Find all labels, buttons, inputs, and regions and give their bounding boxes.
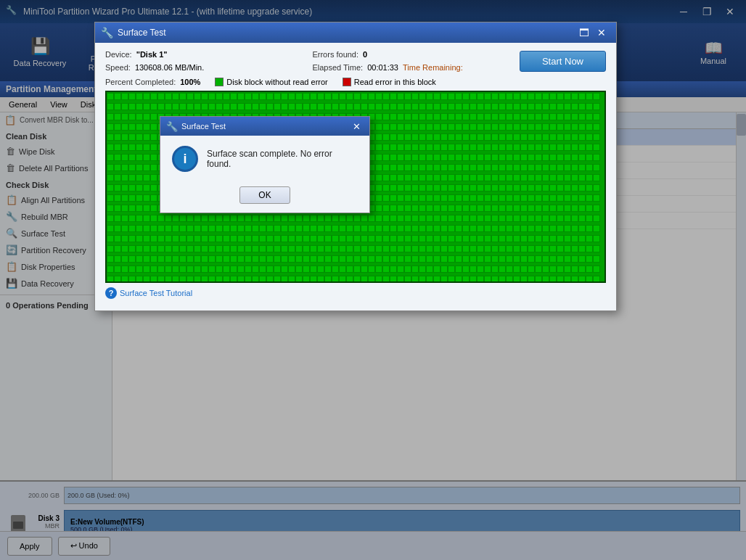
scan-cell <box>121 265 128 273</box>
scan-cell <box>462 276 470 283</box>
scan-cell <box>186 235 194 242</box>
scan-cell <box>107 255 114 263</box>
scan-cell <box>361 235 368 242</box>
scan-cell <box>426 276 433 283</box>
scan-cell <box>571 103 578 110</box>
scan-cell <box>513 113 520 120</box>
scan-cell <box>252 103 259 110</box>
scan-cell <box>520 144 528 151</box>
scan-cell <box>528 113 535 120</box>
alert-ok-button[interactable]: OK <box>239 186 290 204</box>
scan-cell <box>535 265 542 273</box>
scan-cell <box>470 235 477 242</box>
scan-cell <box>107 205 114 212</box>
scan-cell <box>368 103 375 110</box>
scan-cell <box>528 215 535 222</box>
scan-cell <box>266 255 274 263</box>
scan-cell <box>303 215 310 222</box>
start-now-button[interactable]: Start Now <box>520 51 606 72</box>
legend-good: Disk block without read error <box>215 78 327 86</box>
scan-cell <box>499 133 506 141</box>
tutorial-link[interactable]: ? Surface Test Tutorial <box>105 283 606 303</box>
scan-cell <box>397 255 404 263</box>
scan-cell <box>375 215 382 222</box>
scan-cell <box>484 215 491 222</box>
scan-cell <box>535 205 542 212</box>
scan-cell <box>557 205 564 212</box>
scan-cell <box>143 93 150 100</box>
scan-cell <box>128 144 136 151</box>
scan-cell <box>426 245 433 252</box>
device-value: "Disk 1" <box>136 50 168 59</box>
scan-cell <box>513 235 520 242</box>
scan-cell <box>397 184 404 192</box>
scan-cell <box>128 225 136 232</box>
scan-cell <box>361 255 368 263</box>
scan-cell <box>571 123 578 131</box>
scan-cell <box>237 235 245 242</box>
scan-cell <box>143 174 150 181</box>
scan-cell <box>172 215 179 222</box>
scan-cell <box>157 93 165 100</box>
scan-cell <box>136 133 143 141</box>
scan-cell <box>433 255 440 263</box>
scan-cell <box>382 215 390 222</box>
scan-cell <box>390 265 397 273</box>
scan-cell <box>150 255 157 263</box>
scan-cell <box>411 235 419 242</box>
scan-cell <box>165 235 172 242</box>
surface-test-close-btn[interactable]: ✕ <box>593 25 610 40</box>
scan-cell <box>245 245 252 252</box>
scan-cell <box>520 194 528 202</box>
scan-cell <box>346 103 353 110</box>
scan-cell <box>114 93 121 100</box>
scan-cell <box>542 93 549 100</box>
scan-cell <box>499 184 506 192</box>
scan-cell <box>375 144 382 151</box>
scan-cell <box>455 103 462 110</box>
scan-cell <box>448 265 455 273</box>
scan-cell <box>571 184 578 192</box>
alert-close-button[interactable]: ✕ <box>349 120 364 133</box>
scan-cell <box>252 276 259 283</box>
scan-cell <box>288 225 295 232</box>
scan-cell <box>586 265 593 273</box>
scan-cell <box>404 154 411 161</box>
scan-cell <box>390 184 397 192</box>
scan-cell <box>332 235 339 242</box>
scan-cell <box>397 123 404 131</box>
scan-cell <box>353 255 361 263</box>
scan-cell <box>542 205 549 212</box>
surface-test-maximize-btn[interactable]: 🗖 <box>575 25 593 40</box>
scan-cell <box>382 265 390 273</box>
scan-cell <box>433 133 440 141</box>
scan-cell <box>375 245 382 252</box>
scan-cell <box>375 103 382 110</box>
scan-cell <box>114 103 121 110</box>
scan-cell <box>557 93 564 100</box>
scan-cell <box>136 255 143 263</box>
scan-cell <box>186 265 194 273</box>
scan-cell <box>128 265 136 273</box>
scan-cell <box>136 265 143 273</box>
scan-cell <box>433 174 440 181</box>
scan-cell <box>121 123 128 131</box>
scan-cell <box>419 235 426 242</box>
scan-cell <box>535 276 542 283</box>
scan-cell <box>194 235 201 242</box>
scan-cell <box>499 194 506 202</box>
scan-cell <box>216 255 223 263</box>
scan-cell <box>484 133 491 141</box>
scan-cell <box>259 235 266 242</box>
scan-cell <box>411 144 419 151</box>
scan-cell <box>433 225 440 232</box>
scan-cell <box>564 164 571 171</box>
scan-cell <box>499 255 506 263</box>
scan-cell <box>455 164 462 171</box>
scan-cell <box>477 103 484 110</box>
scan-cell <box>332 225 339 232</box>
scan-cell <box>419 103 426 110</box>
scan-cell <box>303 225 310 232</box>
scan-cell <box>107 215 114 222</box>
scan-cell <box>194 93 201 100</box>
